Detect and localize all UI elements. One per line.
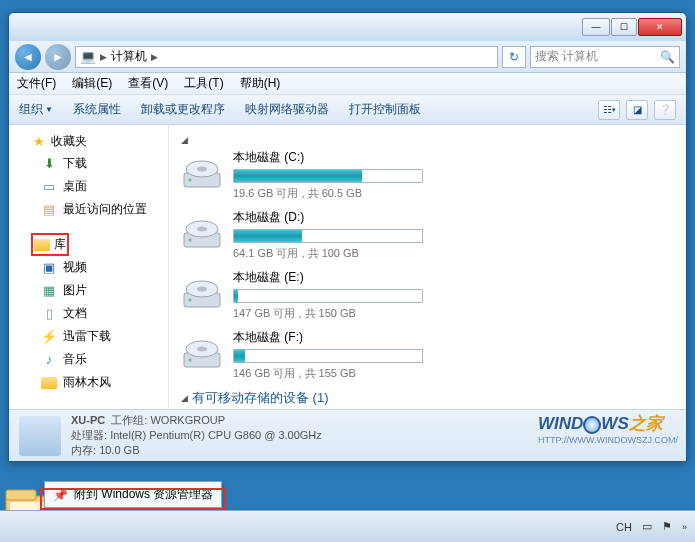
help-button[interactable]: ❔	[654, 100, 676, 120]
forward-button[interactable]: ►	[45, 44, 71, 70]
sidebar-item-label: 最近访问的位置	[63, 201, 147, 218]
drive-usage-bar	[233, 289, 423, 303]
titlebar: — ☐ ✕	[9, 13, 686, 41]
svg-point-7	[189, 239, 192, 242]
sidebar-item-label: 雨林木风	[63, 374, 111, 391]
sidebar: ★ 收藏夹 ⬇下载 ▭桌面 ▤最近访问的位置 库 ▣视频 ▦图片 ▯文档 ⚡迅雷…	[9, 125, 169, 409]
watermark: WINDWS之家 HTTP://WWW.WINDOWSZJ.COM/	[538, 412, 678, 445]
explorer-window: — ☐ ✕ ◄ ► 💻 ▶ 计算机 ▶ ↻ 搜索 计算机 🔍 文件(F) 编辑(…	[8, 12, 687, 462]
sidebar-item-label: 收藏夹	[51, 133, 87, 150]
menu-help[interactable]: 帮助(H)	[240, 75, 281, 92]
tray-network-icon[interactable]: ▭	[642, 520, 652, 533]
sidebar-item-label: 桌面	[63, 178, 87, 195]
tray-flag-icon[interactable]: ⚑	[662, 520, 672, 533]
sidebar-item-label: 文档	[63, 305, 87, 322]
svg-point-2	[197, 167, 207, 172]
star-icon: ★	[31, 134, 47, 150]
svg-point-10	[197, 287, 207, 292]
status-value: WORKGROUP	[150, 414, 225, 426]
jumplist-label: 附到 Windows 资源管理器	[74, 486, 213, 503]
svg-point-14	[197, 347, 207, 352]
menu-edit[interactable]: 编辑(E)	[72, 75, 112, 92]
library-icon	[34, 239, 50, 251]
sidebar-item-label: 音乐	[63, 351, 87, 368]
drive-item[interactable]: 本地磁盘 (E:)147 GB 可用 , 共 150 GB	[181, 269, 674, 321]
jumplist-pin-item[interactable]: 📌 附到 Windows 资源管理器	[44, 481, 222, 508]
svg-rect-17	[6, 490, 36, 500]
chevron-down-icon[interactable]: ◢	[181, 135, 674, 145]
map-drive-button[interactable]: 映射网络驱动器	[245, 101, 329, 118]
music-icon: ♪	[41, 352, 57, 368]
content-pane: ◢ 本地磁盘 (C:)19.6 GB 可用 , 共 60.5 GB本地磁盘 (D…	[169, 125, 686, 409]
desktop-icon: ▭	[41, 179, 57, 195]
drive-info: 147 GB 可用 , 共 150 GB	[233, 306, 423, 321]
computer-icon	[19, 416, 61, 456]
drive-usage-bar	[233, 349, 423, 363]
sidebar-item-thunder[interactable]: ⚡迅雷下载	[13, 325, 164, 348]
organize-button[interactable]: 组织 ▼	[19, 101, 53, 118]
system-properties-button[interactable]: 系统属性	[73, 101, 121, 118]
sidebar-favorites-group: ★ 收藏夹 ⬇下载 ▭桌面 ▤最近访问的位置	[13, 131, 164, 221]
drive-label: 本地磁盘 (D:)	[233, 209, 423, 226]
tray-chevron-icon[interactable]: »	[682, 522, 687, 532]
sidebar-item-downloads[interactable]: ⬇下载	[13, 152, 164, 175]
maximize-button[interactable]: ☐	[611, 18, 637, 36]
tray-language[interactable]: CH	[616, 521, 632, 533]
window-body: ★ 收藏夹 ⬇下载 ▭桌面 ▤最近访问的位置 库 ▣视频 ▦图片 ▯文档 ⚡迅雷…	[9, 125, 686, 409]
drive-item[interactable]: 本地磁盘 (D:)64.1 GB 可用 , 共 100 GB	[181, 209, 674, 261]
sidebar-libraries-header[interactable]: 库	[31, 233, 69, 256]
hard-drive-icon	[181, 276, 223, 314]
control-panel-button[interactable]: 打开控制面板	[349, 101, 421, 118]
sidebar-favorites-header[interactable]: ★ 收藏夹	[13, 131, 164, 152]
view-mode-button[interactable]: ☷ ▾	[598, 100, 620, 120]
sidebar-item-ylmf[interactable]: 雨林木风	[13, 371, 164, 394]
statusbar: XU-PC 工作组: WORKGROUP 处理器: Intel(R) Penti…	[9, 409, 686, 461]
drive-item[interactable]: 本地磁盘 (C:)19.6 GB 可用 , 共 60.5 GB	[181, 149, 674, 201]
drive-info: 146 GB 可用 , 共 155 GB	[233, 366, 423, 381]
svg-point-6	[197, 227, 207, 232]
menu-file[interactable]: 文件(F)	[17, 75, 56, 92]
sidebar-item-desktop[interactable]: ▭桌面	[13, 175, 164, 198]
refresh-button[interactable]: ↻	[502, 46, 526, 68]
breadcrumb[interactable]: 💻 ▶ 计算机 ▶	[75, 46, 498, 68]
video-icon: ▣	[41, 260, 57, 276]
drive-info: 64.1 GB 可用 , 共 100 GB	[233, 246, 423, 261]
hard-drive-icon	[181, 156, 223, 194]
drive-usage-bar	[233, 169, 423, 183]
chevron-right-icon: ▶	[100, 52, 107, 62]
pin-icon: 📌	[53, 488, 68, 502]
search-input[interactable]: 搜索 计算机 🔍	[530, 46, 680, 68]
svg-point-3	[189, 179, 192, 182]
sidebar-item-music[interactable]: ♪音乐	[13, 348, 164, 371]
svg-point-11	[189, 299, 192, 302]
section-label: 有可移动存储的设备 (1)	[192, 389, 329, 407]
svg-point-15	[189, 359, 192, 362]
sidebar-item-videos[interactable]: ▣视频	[13, 256, 164, 279]
chevron-right-icon: ▶	[151, 52, 158, 62]
preview-pane-button[interactable]: ◪	[626, 100, 648, 120]
chevron-down-icon: ◢	[181, 393, 188, 403]
status-label: 内存:	[71, 444, 96, 456]
drive-label: 本地磁盘 (E:)	[233, 269, 423, 286]
minimize-button[interactable]: —	[582, 18, 610, 36]
system-tray: CH ▭ ⚑ »	[616, 520, 687, 533]
removable-devices-section[interactable]: ◢ 有可移动存储的设备 (1)	[181, 389, 674, 407]
search-icon: 🔍	[660, 50, 675, 64]
document-icon: ▯	[41, 306, 57, 322]
sidebar-item-documents[interactable]: ▯文档	[13, 302, 164, 325]
status-value: 10.0 GB	[99, 444, 139, 456]
drive-item[interactable]: 本地磁盘 (F:)146 GB 可用 , 共 155 GB	[181, 329, 674, 381]
drive-usage-bar	[233, 229, 423, 243]
back-button[interactable]: ◄	[15, 44, 41, 70]
close-button[interactable]: ✕	[638, 18, 682, 36]
thunder-icon: ⚡	[41, 329, 57, 345]
sidebar-item-label: 下载	[63, 155, 87, 172]
taskbar: CH ▭ ⚑ »	[0, 510, 695, 542]
folder-icon	[41, 375, 57, 391]
menu-view[interactable]: 查看(V)	[128, 75, 168, 92]
sidebar-item-label: 视频	[63, 259, 87, 276]
sidebar-item-pictures[interactable]: ▦图片	[13, 279, 164, 302]
menu-tools[interactable]: 工具(T)	[184, 75, 223, 92]
sidebar-item-recent[interactable]: ▤最近访问的位置	[13, 198, 164, 221]
uninstall-button[interactable]: 卸载或更改程序	[141, 101, 225, 118]
